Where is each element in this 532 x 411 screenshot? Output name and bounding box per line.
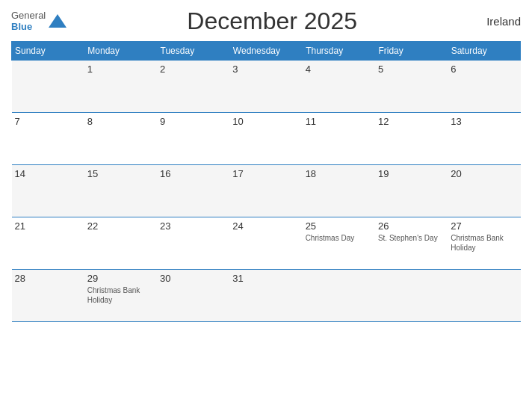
day-number: 8: [87, 116, 154, 127]
day-number: 14: [15, 168, 81, 179]
day-number: 28: [15, 273, 81, 284]
calendar-week-row: 14151617181920: [12, 165, 521, 217]
calendar-cell: 27Christmas Bank Holiday: [448, 217, 520, 270]
day-number: 17: [232, 168, 299, 179]
calendar-cell: 12: [375, 113, 448, 165]
weekday-header-row: SundayMondayTuesdayWednesdayThursdayFrid…: [12, 42, 521, 61]
day-number: 12: [378, 116, 445, 127]
weekday-header: Monday: [84, 42, 157, 61]
day-number: 1: [87, 64, 154, 75]
calendar-cell: 20: [448, 165, 520, 217]
day-number: 20: [451, 168, 517, 179]
calendar-cell: 6: [448, 61, 520, 113]
calendar-week-row: 2829Christmas Bank Holiday3031: [12, 270, 521, 322]
logo-blue: Blue: [11, 22, 46, 32]
calendar-cell: 24: [229, 217, 302, 270]
calendar-cell: 23: [157, 217, 229, 270]
calendar-cell: 10: [229, 113, 302, 165]
day-number: 7: [15, 116, 81, 127]
day-number: 2: [160, 64, 226, 75]
day-number: 9: [160, 116, 226, 127]
day-number: 29: [87, 273, 154, 284]
calendar-cell: 3: [229, 61, 302, 113]
calendar-header: General Blue December 2025 Ireland: [11, 7, 521, 35]
calendar-week-row: 2122232425Christmas Day26St. Stephen's D…: [12, 217, 521, 270]
day-number: 4: [306, 64, 372, 75]
holiday-label: Christmas Bank Holiday: [87, 285, 154, 305]
day-number: 10: [232, 116, 299, 127]
calendar-cell: 30: [157, 270, 229, 322]
day-number: 13: [451, 116, 517, 127]
calendar-cell: [12, 61, 84, 113]
calendar-page: General Blue December 2025 Ireland Sunda…: [0, 0, 532, 411]
day-number: 26: [378, 220, 445, 232]
calendar-cell: 2: [157, 61, 229, 113]
day-number: 25: [306, 220, 372, 232]
weekday-header: Friday: [375, 42, 448, 61]
calendar-cell: 5: [375, 61, 448, 113]
calendar-cell: 22: [84, 217, 157, 270]
month-title: December 2025: [68, 7, 476, 35]
calendar-week-row: 78910111213: [12, 113, 521, 165]
calendar-cell: 28: [12, 270, 84, 322]
day-number: 5: [378, 64, 445, 75]
logo-text: General Blue: [11, 10, 46, 32]
calendar-cell: 17: [229, 165, 302, 217]
day-number: 31: [232, 273, 299, 284]
day-number: 21: [15, 220, 81, 232]
day-number: 15: [87, 168, 154, 179]
country-label: Ireland: [476, 15, 521, 28]
calendar-cell: 25Christmas Day: [303, 217, 375, 270]
logo: General Blue: [11, 10, 68, 32]
calendar-cell: 31: [229, 270, 302, 322]
logo-icon: [47, 11, 68, 32]
calendar-cell: 15: [84, 165, 157, 217]
weekday-header: Tuesday: [157, 42, 229, 61]
svg-marker-0: [49, 14, 66, 28]
holiday-label: Christmas Day: [306, 233, 372, 243]
calendar-table: SundayMondayTuesdayWednesdayThursdayFrid…: [11, 41, 521, 322]
weekday-header: Thursday: [303, 42, 375, 61]
calendar-cell: 14: [12, 165, 84, 217]
day-number: 22: [87, 220, 154, 232]
calendar-cell: 21: [12, 217, 84, 270]
weekday-header: Wednesday: [229, 42, 302, 61]
holiday-label: St. Stephen's Day: [378, 233, 445, 243]
calendar-cell: [303, 270, 375, 322]
day-number: 3: [232, 64, 299, 75]
day-number: 19: [378, 168, 445, 179]
calendar-cell: 8: [84, 113, 157, 165]
calendar-cell: 1: [84, 61, 157, 113]
calendar-cell: 13: [448, 113, 520, 165]
calendar-cell: 11: [303, 113, 375, 165]
day-number: 16: [160, 168, 226, 179]
logo-general: General: [11, 10, 46, 21]
calendar-cell: 19: [375, 165, 448, 217]
day-number: 24: [232, 220, 299, 232]
day-number: 23: [160, 220, 226, 232]
calendar-cell: 16: [157, 165, 229, 217]
calendar-cell: [375, 270, 448, 322]
calendar-cell: 18: [303, 165, 375, 217]
calendar-cell: 26St. Stephen's Day: [375, 217, 448, 270]
calendar-cell: [448, 270, 520, 322]
day-number: 27: [451, 220, 517, 232]
calendar-cell: 7: [12, 113, 84, 165]
day-number: 6: [451, 64, 517, 75]
calendar-cell: 29Christmas Bank Holiday: [84, 270, 157, 322]
day-number: 30: [160, 273, 226, 284]
day-number: 18: [306, 168, 372, 179]
weekday-header: Saturday: [448, 42, 520, 61]
weekday-header: Sunday: [12, 42, 84, 61]
calendar-week-row: 123456: [12, 61, 521, 113]
calendar-cell: 9: [157, 113, 229, 165]
holiday-label: Christmas Bank Holiday: [451, 233, 517, 253]
calendar-cell: 4: [303, 61, 375, 113]
day-number: 11: [306, 116, 372, 127]
